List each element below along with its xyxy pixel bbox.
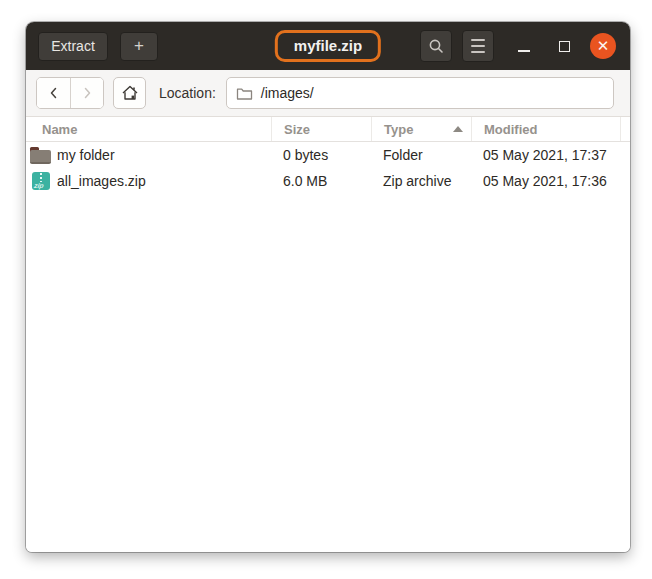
desktop-background: Extract + myfile.zip	[0, 0, 652, 579]
file-type: Zip archive	[371, 168, 471, 194]
file-modified: 05 May 2021, 17:37	[471, 142, 620, 168]
file-name: all_images.zip	[57, 173, 146, 189]
archive-manager-window: Extract + myfile.zip	[26, 22, 630, 552]
folder-icon	[30, 147, 51, 164]
zip-file-icon: zip	[32, 172, 50, 190]
history-nav-group	[36, 77, 104, 109]
headerbar: Extract + myfile.zip	[26, 22, 630, 70]
maximize-icon	[559, 41, 570, 52]
column-header-row: Name Size Type Modified	[26, 117, 630, 142]
chevron-left-icon	[46, 85, 62, 101]
file-size: 0 bytes	[271, 142, 371, 168]
close-icon: ✕	[597, 38, 610, 53]
column-header-name[interactable]: Name	[26, 117, 271, 141]
folder-open-icon	[236, 86, 253, 101]
title-highlight-outline: myfile.zip	[275, 30, 381, 62]
file-type: Folder	[371, 142, 471, 168]
location-value: /images/	[261, 85, 314, 101]
column-header-gutter	[620, 117, 630, 141]
column-header-type[interactable]: Type	[371, 117, 471, 141]
location-input[interactable]: /images/	[226, 77, 614, 109]
table-row-all-images-zip[interactable]: zip all_images.zip 6.0 MB Zip archive 05…	[26, 168, 630, 194]
close-button[interactable]: ✕	[590, 33, 616, 59]
forward-button[interactable]	[70, 78, 103, 108]
home-button[interactable]	[113, 77, 146, 109]
menu-button[interactable]	[462, 30, 494, 62]
location-label: Location:	[159, 85, 216, 101]
file-modified: 05 May 2021, 17:36	[471, 168, 620, 194]
zip-icon-label: zip	[34, 182, 45, 189]
headerbar-right-controls: ✕	[420, 30, 616, 62]
chevron-right-icon	[79, 85, 95, 101]
table-row-my-folder[interactable]: my folder 0 bytes Folder 05 May 2021, 17…	[26, 142, 630, 168]
maximize-button[interactable]	[552, 34, 576, 58]
navigation-toolbar: Location: /images/	[26, 70, 630, 117]
file-name: my folder	[57, 147, 115, 163]
extract-button[interactable]: Extract	[38, 32, 108, 61]
window-title: myfile.zip	[294, 37, 362, 54]
search-button[interactable]	[420, 30, 452, 62]
minimize-icon	[518, 50, 530, 52]
column-header-modified[interactable]: Modified	[471, 117, 620, 141]
column-header-type-label: Type	[384, 122, 413, 137]
add-files-button[interactable]: +	[120, 32, 158, 61]
hamburger-icon	[471, 39, 485, 53]
column-header-size[interactable]: Size	[271, 117, 371, 141]
sort-ascending-icon	[453, 126, 463, 132]
back-button[interactable]	[37, 78, 70, 108]
file-list: Name Size Type Modified my folder 0 byte…	[26, 117, 630, 552]
minimize-button[interactable]	[512, 34, 536, 58]
search-icon	[428, 38, 445, 55]
home-icon	[121, 84, 139, 102]
file-size: 6.0 MB	[271, 168, 371, 194]
